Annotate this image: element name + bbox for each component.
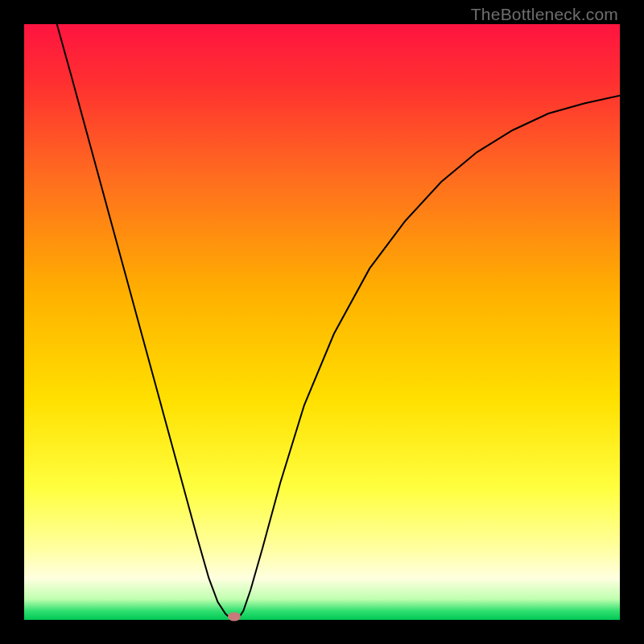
chart-frame [24,24,620,620]
min-marker [228,613,241,621]
watermark-text: TheBottleneck.com [471,5,618,24]
chart-plot [24,24,620,620]
chart-background [24,24,620,620]
